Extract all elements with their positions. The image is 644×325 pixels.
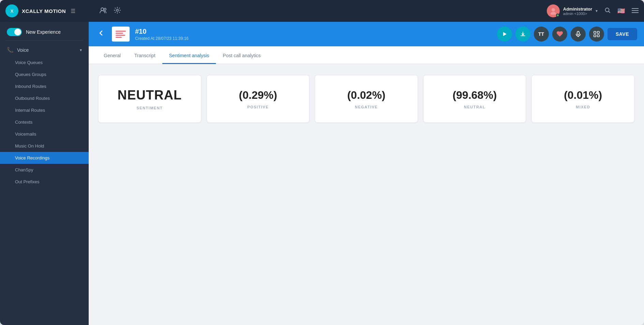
chevron-icon: ▾ bbox=[80, 48, 82, 52]
svg-rect-11 bbox=[594, 31, 596, 33]
top-nav-icons bbox=[100, 7, 121, 15]
back-button[interactable] bbox=[96, 28, 106, 41]
online-indicator bbox=[556, 14, 559, 17]
content-header: #10 Created At 28/07/23 11:39:16 bbox=[89, 22, 644, 46]
phone-icon: 📞 bbox=[7, 47, 14, 53]
sentiment-card-mixed: (0.01%) MIXED bbox=[531, 75, 634, 123]
svg-point-5 bbox=[552, 8, 555, 12]
text-size-button[interactable]: TT bbox=[534, 27, 549, 42]
search-icon[interactable] bbox=[604, 7, 611, 15]
hamburger-icon[interactable] bbox=[632, 7, 639, 15]
svg-rect-14 bbox=[597, 35, 599, 37]
sentiment-card-neutral: (99.68%) NEUTRAL bbox=[423, 75, 526, 123]
sentiment-card-negative: (0.02%) NEGATIVE bbox=[315, 75, 418, 123]
top-nav-right: Administrator admin <1000> ▾ 🇺🇸 bbox=[547, 4, 639, 17]
toggle-knob bbox=[14, 29, 21, 35]
team-icon[interactable] bbox=[100, 7, 107, 15]
svg-rect-13 bbox=[594, 35, 596, 37]
sidebar-voice-header[interactable]: 📞 Voice ▾ bbox=[0, 43, 89, 57]
recording-date: Created At 28/07/23 11:39:16 bbox=[135, 36, 492, 41]
sentiment-card-positive: (0.29%) POSITIVE bbox=[207, 75, 310, 123]
tab-transcript[interactable]: Transcript bbox=[128, 48, 162, 64]
content-area: #10 Created At 28/07/23 11:39:16 bbox=[89, 22, 644, 325]
thumbnail-line-1 bbox=[116, 31, 126, 32]
sentiment-overall-label: SENTIMENT bbox=[136, 106, 163, 110]
flag-icon[interactable]: 🇺🇸 bbox=[617, 7, 625, 15]
brand-area: X XCALLY MOTION ☰ bbox=[5, 4, 94, 17]
tab-sentiment-analysis[interactable]: Sentiment analysis bbox=[162, 48, 216, 64]
svg-point-3 bbox=[104, 8, 106, 10]
svg-point-7 bbox=[605, 8, 609, 12]
user-role: admin <1000> bbox=[563, 12, 592, 16]
svg-point-2 bbox=[101, 8, 104, 11]
svg-rect-12 bbox=[597, 31, 599, 33]
thumbnail-line-3 bbox=[116, 35, 125, 36]
sentiment-card-overall: NEUTRAL SENTIMENT bbox=[98, 75, 201, 123]
thumbnail-line-2 bbox=[116, 33, 123, 34]
sidebar-voice-section: 📞 Voice ▾ Voice Queues Queues Groups Inb… bbox=[0, 42, 89, 189]
grid-button[interactable] bbox=[589, 27, 604, 42]
svg-text:X: X bbox=[11, 9, 14, 14]
user-area[interactable]: Administrator admin <1000> ▾ bbox=[547, 4, 598, 17]
sidebar-item-voice-recordings[interactable]: Voice Recordings bbox=[0, 152, 89, 164]
brand-name: XCALLY MOTION bbox=[22, 8, 66, 14]
user-name: Administrator bbox=[563, 6, 592, 12]
tab-post-call-analytics[interactable]: Post call analytics bbox=[216, 48, 267, 64]
main-content: NEUTRAL SENTIMENT (0.29%) POSITIVE (0.02… bbox=[89, 64, 644, 325]
play-button[interactable] bbox=[497, 27, 512, 42]
header-actions: TT bbox=[497, 27, 637, 42]
sidebar-item-inbound-routes[interactable]: Inbound Routes bbox=[0, 80, 89, 92]
sentiment-neutral-label: NEUTRAL bbox=[464, 105, 485, 109]
sidebar-toggle-label: New Experience bbox=[26, 29, 61, 35]
sidebar-item-outbound-routes[interactable]: Outbound Routes bbox=[0, 92, 89, 104]
sidebar-item-voicemails[interactable]: Voicemails bbox=[0, 128, 89, 140]
svg-text:TT: TT bbox=[538, 31, 544, 37]
sidebar-item-internal-routes[interactable]: Internal Routes bbox=[0, 104, 89, 116]
chevron-down-icon: ▾ bbox=[596, 9, 598, 13]
sentiment-cards: NEUTRAL SENTIMENT (0.29%) POSITIVE (0.02… bbox=[98, 75, 634, 123]
sidebar-divider bbox=[5, 40, 83, 41]
sentiment-mixed-value: (0.01%) bbox=[564, 89, 602, 102]
recording-thumbnail bbox=[112, 27, 130, 42]
sentiment-positive-label: POSITIVE bbox=[247, 105, 269, 109]
settings-icon[interactable] bbox=[114, 7, 121, 15]
avatar bbox=[547, 4, 560, 17]
download-button[interactable] bbox=[515, 27, 530, 42]
recording-id: #10 bbox=[135, 28, 492, 35]
svg-rect-10 bbox=[577, 31, 579, 35]
collapse-icon[interactable]: ☰ bbox=[71, 8, 75, 14]
sidebar-item-voice-queues[interactable]: Voice Queues bbox=[0, 57, 89, 68]
toggle-row: New Experience bbox=[0, 22, 89, 39]
svg-point-6 bbox=[551, 12, 556, 15]
recording-info: #10 Created At 28/07/23 11:39:16 bbox=[135, 28, 492, 41]
sidebar: New Experience 📞 Voice ▾ Voice Queues Qu… bbox=[0, 22, 89, 325]
sentiment-overall-value: NEUTRAL bbox=[118, 88, 182, 103]
thumbnail-line-4 bbox=[116, 37, 122, 38]
svg-marker-8 bbox=[503, 32, 507, 36]
sidebar-item-out-prefixes[interactable]: Out Prefixes bbox=[0, 176, 89, 188]
user-info: Administrator admin <1000> bbox=[563, 6, 592, 16]
sentiment-neutral-value: (99.68%) bbox=[453, 89, 497, 102]
sidebar-item-contexts[interactable]: Contexts bbox=[0, 116, 89, 128]
sentiment-mixed-label: MIXED bbox=[576, 105, 590, 109]
favorite-button[interactable] bbox=[552, 27, 567, 42]
tabs-bar: General Transcript Sentiment analysis Po… bbox=[89, 46, 644, 64]
sidebar-item-music-on-hold[interactable]: Music On Hold bbox=[0, 140, 89, 152]
sentiment-negative-value: (0.02%) bbox=[347, 89, 385, 102]
mic-button[interactable] bbox=[571, 27, 586, 42]
top-navbar: X XCALLY MOTION ☰ bbox=[0, 0, 644, 22]
svg-point-4 bbox=[116, 9, 118, 11]
main-layout: New Experience 📞 Voice ▾ Voice Queues Qu… bbox=[0, 22, 644, 325]
app-container: X XCALLY MOTION ☰ bbox=[0, 0, 644, 325]
sentiment-negative-label: NEGATIVE bbox=[355, 105, 378, 109]
sidebar-item-chanspy[interactable]: ChanSpy bbox=[0, 164, 89, 176]
new-experience-toggle[interactable] bbox=[7, 28, 22, 36]
tab-general[interactable]: General bbox=[97, 48, 128, 64]
sidebar-item-queues-groups[interactable]: Queues Groups bbox=[0, 68, 89, 80]
thumbnail-visual bbox=[114, 29, 128, 40]
sentiment-positive-value: (0.29%) bbox=[239, 89, 277, 102]
save-button[interactable]: SAVE bbox=[608, 28, 637, 40]
brand-logo: X bbox=[5, 4, 18, 17]
voice-section-label: Voice bbox=[17, 47, 76, 53]
